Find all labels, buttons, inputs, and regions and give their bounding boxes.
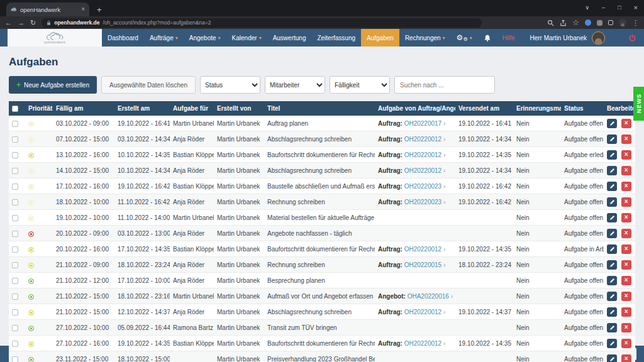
url-bar[interactable]: openhandwerk.de/oh_account/index.php?mod…: [42, 18, 482, 28]
window-minimize-icon[interactable]: –: [602, 4, 605, 11]
window-close-icon[interactable]: ×: [634, 4, 638, 11]
delete-task-button[interactable]: ×: [621, 119, 631, 128]
edit-task-button[interactable]: [607, 244, 617, 254]
row-checkbox[interactable]: [12, 121, 18, 127]
delete-task-button[interactable]: ×: [621, 197, 631, 207]
edit-task-button[interactable]: [607, 150, 617, 160]
notifications-button[interactable]: [478, 29, 497, 47]
user-avatar[interactable]: [592, 31, 605, 45]
brand-logo[interactable]: openhandwerk: [8, 29, 102, 47]
ref-link[interactable]: OH20220012: [404, 340, 442, 347]
nav-item-angebote[interactable]: Angebote▾: [184, 29, 226, 47]
edit-task-button[interactable]: [607, 229, 617, 238]
ref-link[interactable]: OH20220015: [404, 261, 442, 268]
logout-button[interactable]: [621, 34, 644, 42]
row-checkbox[interactable]: [12, 215, 18, 221]
forward-icon[interactable]: →: [18, 19, 25, 26]
delete-task-button[interactable]: ×: [621, 182, 631, 191]
edit-task-button[interactable]: [607, 260, 617, 270]
browser-tab[interactable]: openHandwerk ×: [6, 3, 89, 16]
edit-task-button[interactable]: [607, 354, 617, 362]
ref-link[interactable]: OH20220012: [404, 136, 442, 143]
browser-menu-icon[interactable]: ⋮: [632, 19, 639, 26]
row-checkbox[interactable]: [12, 262, 18, 268]
edit-task-button[interactable]: [607, 339, 617, 348]
row-checkbox[interactable]: [12, 152, 18, 158]
ref-link[interactable]: OH20220023: [404, 183, 442, 190]
row-checkbox[interactable]: [12, 199, 18, 206]
search-icon[interactable]: [547, 19, 554, 26]
edit-task-button[interactable]: [607, 323, 617, 332]
delete-selected-button[interactable]: Ausgewählte Daten löschen: [101, 76, 196, 94]
settings-menu[interactable]: ⚙ ⚙ ▾: [451, 29, 478, 47]
browser-profile-avatar[interactable]: [619, 19, 626, 26]
edit-task-button[interactable]: [607, 182, 617, 191]
row-checkbox[interactable]: [12, 184, 18, 190]
nav-item-zeiterfassung[interactable]: Zeiterfassung: [311, 29, 361, 47]
ref-link[interactable]: OH20220012: [404, 309, 442, 315]
share-icon[interactable]: [560, 19, 567, 26]
ref-link[interactable]: OH20220012: [404, 246, 442, 253]
nav-item-auswertung[interactable]: Auswertung: [267, 29, 312, 47]
delete-task-button[interactable]: ×: [621, 166, 631, 175]
edit-task-button[interactable]: [607, 197, 617, 207]
row-checkbox[interactable]: [12, 341, 18, 347]
status-filter-select[interactable]: Status: [200, 76, 260, 94]
delete-task-button[interactable]: ×: [621, 150, 631, 160]
row-checkbox[interactable]: [12, 356, 18, 362]
edit-task-button[interactable]: [607, 134, 617, 144]
edit-task-button[interactable]: [607, 307, 617, 317]
edit-task-button[interactable]: [607, 119, 617, 128]
tab-close-icon[interactable]: ×: [81, 6, 85, 13]
new-task-button[interactable]: + Neue Aufgabe erstellen: [9, 76, 97, 94]
ref-link[interactable]: OHA20220016: [408, 293, 449, 300]
row-checkbox[interactable]: [12, 325, 18, 331]
row-checkbox[interactable]: [12, 309, 18, 315]
row-checkbox[interactable]: [12, 231, 18, 237]
nav-item-rechnungen[interactable]: Rechnungen▾: [399, 29, 451, 47]
ref-link[interactable]: OH20220023: [404, 199, 442, 206]
nav-item-dashboard[interactable]: Dashboard: [102, 29, 144, 47]
delete-task-button[interactable]: ×: [621, 134, 631, 144]
mitarbeiter-filter-select[interactable]: Mitarbeiter: [265, 76, 325, 94]
ref-link[interactable]: OH20220017: [404, 120, 442, 127]
window-maximize-icon[interactable]: □: [618, 4, 621, 11]
delete-task-button[interactable]: ×: [621, 213, 631, 222]
edit-task-button[interactable]: [607, 213, 617, 222]
nav-item-hilfe[interactable]: Hilfe: [497, 29, 521, 47]
search-input[interactable]: [394, 76, 495, 94]
back-icon[interactable]: ←: [5, 19, 12, 26]
new-tab-button[interactable]: +: [97, 6, 102, 14]
extension-blue-icon[interactable]: [585, 19, 591, 26]
news-tab[interactable]: NEWS: [633, 87, 644, 121]
delete-task-button[interactable]: ×: [621, 229, 631, 238]
edit-task-button[interactable]: [607, 292, 617, 301]
nav-item-kalender[interactable]: Kalender▾: [226, 29, 267, 47]
row-checkbox[interactable]: [12, 293, 18, 300]
delete-task-button[interactable]: ×: [621, 307, 631, 317]
reload-icon[interactable]: ↻: [30, 19, 36, 26]
delete-task-button[interactable]: ×: [621, 260, 631, 270]
nav-item-aufgaben[interactable]: Aufgaben: [361, 29, 399, 47]
row-checkbox[interactable]: [12, 168, 18, 174]
tab-search-icon[interactable]: ∨: [586, 4, 590, 11]
edit-task-button[interactable]: [607, 276, 617, 285]
delete-task-button[interactable]: ×: [621, 276, 631, 285]
delete-task-button[interactable]: ×: [621, 354, 631, 362]
ref-link[interactable]: OH20220012: [404, 167, 442, 174]
row-checkbox[interactable]: [12, 278, 18, 284]
row-checkbox[interactable]: [12, 246, 18, 253]
extension-pin-icon[interactable]: [597, 20, 602, 26]
edit-task-button[interactable]: [607, 166, 617, 175]
row-checkbox[interactable]: [12, 136, 18, 143]
nav-item-auftraege[interactable]: Aufträge▾: [144, 29, 184, 47]
tab-groups-icon[interactable]: [608, 20, 613, 25]
delete-task-button[interactable]: ×: [621, 339, 631, 348]
select-all-checkbox[interactable]: [12, 106, 18, 112]
bookmark-star-icon[interactable]: ☆: [572, 19, 579, 26]
delete-task-button[interactable]: ×: [621, 323, 631, 332]
ref-link[interactable]: OH20220012: [404, 151, 442, 158]
faelligkeit-filter-select[interactable]: Fälligkeit: [330, 76, 390, 94]
delete-task-button[interactable]: ×: [621, 244, 631, 254]
delete-task-button[interactable]: ×: [621, 292, 631, 301]
